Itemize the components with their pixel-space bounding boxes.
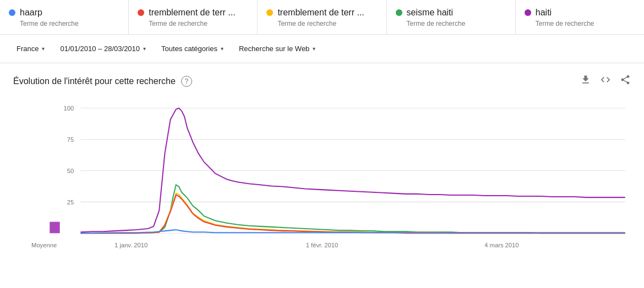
search-term-3: tremblement de terr ... Terme de recherc… [258,0,386,34]
chart-actions [580,74,631,88]
date-range-label: 01/01/2010 – 28/03/2010 [60,45,140,53]
svg-text:1 janv. 2010: 1 janv. 2010 [114,242,148,248]
term5-name: haiti [536,8,552,18]
term5-dot [525,9,531,16]
chart-title: Évolution de l'intérêt pour cette recher… [13,76,176,86]
svg-rect-13 [50,222,59,234]
category-label: Toutes catégories [161,45,217,53]
filter-bar: France ▾ 01/01/2010 – 28/03/2010 ▾ Toute… [0,35,644,63]
date-range-chevron-icon: ▾ [143,46,146,52]
svg-text:25: 25 [67,198,74,205]
svg-text:75: 75 [67,136,74,143]
svg-text:4 mars 2010: 4 mars 2010 [484,242,519,248]
trend-chart: 100 75 50 25 Moyenne 1 janv. 2010 1 févr… [13,97,631,262]
svg-text:50: 50 [67,168,74,174]
haarp-label: Terme de recherche [20,20,119,27]
term4-label: Terme de recherche [407,20,506,27]
category-chevron-icon: ▾ [221,46,223,52]
search-term-4: seisme haiti Terme de recherche [387,0,516,34]
svg-text:Moyenne: Moyenne [31,242,57,248]
search-type-filter[interactable]: Recherche sur le Web ▾ [231,40,323,57]
term2-label: Terme de recherche [149,20,248,27]
region-filter[interactable]: France ▾ [9,40,52,57]
region-label: France [17,45,39,53]
haarp-dot [9,9,15,16]
term2-dot [138,9,144,16]
term3-dot [266,9,273,16]
haarp-name: haarp [20,8,42,18]
term4-dot [396,9,402,16]
term3-label: Terme de recherche [277,20,377,27]
search-term-2: tremblement de terr ... Terme de recherc… [129,0,258,34]
region-chevron-icon: ▾ [42,46,45,52]
term5-label: Terme de recherche [536,20,635,27]
svg-text:100: 100 [63,105,74,112]
search-terms-bar: haarp Terme de recherche tremblement de … [0,0,644,35]
search-type-label: Recherche sur le Web [239,45,309,53]
chart-section: Évolution de l'intérêt pour cette recher… [0,63,644,267]
share-icon[interactable] [620,74,631,88]
search-term-haarp: haarp Terme de recherche [0,0,129,34]
svg-text:1 févr. 2010: 1 févr. 2010 [306,242,339,248]
help-icon[interactable]: ? [181,76,192,87]
chart-area: 100 75 50 25 Moyenne 1 janv. 2010 1 févr… [13,97,631,262]
search-type-chevron-icon: ▾ [313,46,315,52]
date-range-filter[interactable]: 01/01/2010 – 28/03/2010 ▾ [52,40,154,57]
term3-name: tremblement de terr ... [277,8,364,18]
term2-name: tremblement de terr ... [149,8,235,18]
category-filter[interactable]: Toutes catégories ▾ [154,40,231,57]
term4-name: seisme haiti [407,8,453,18]
chart-header: Évolution de l'intérêt pour cette recher… [13,74,631,88]
chart-title-area: Évolution de l'intérêt pour cette recher… [13,76,192,87]
search-term-5: haiti Terme de recherche [516,0,644,34]
download-icon[interactable] [580,74,591,88]
embed-icon[interactable] [600,74,611,88]
